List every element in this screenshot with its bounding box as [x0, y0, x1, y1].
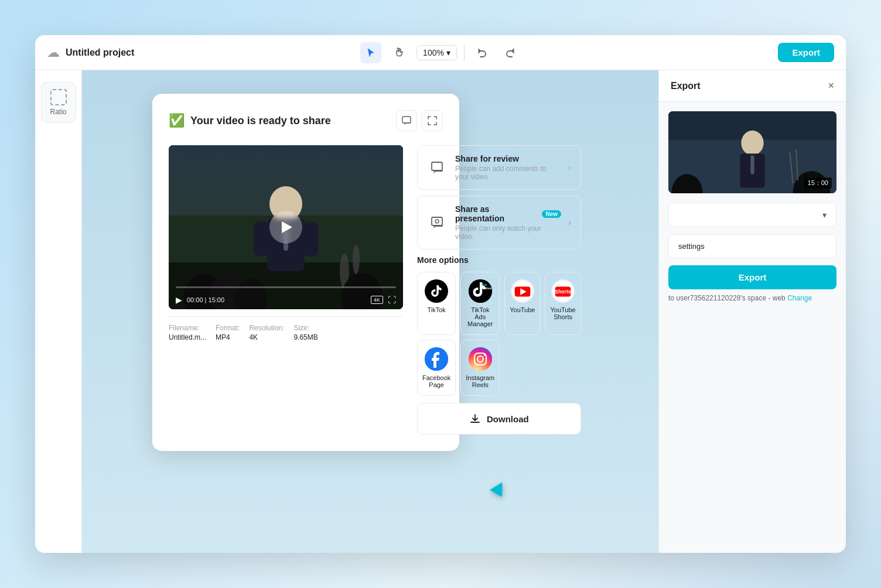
- total-time: 15:00: [209, 296, 225, 303]
- expand-icon: [427, 115, 438, 126]
- svg-rect-9: [303, 221, 318, 257]
- resolution-label: Resolution:: [249, 324, 284, 332]
- filename-value: Untitled.m...: [169, 333, 206, 341]
- modal-title: Your video is ready to share: [190, 115, 331, 127]
- download-icon: [469, 413, 481, 425]
- redo-icon: [505, 47, 515, 58]
- cloud-icon: ☁: [47, 45, 60, 60]
- select-tool-button[interactable]: [360, 42, 381, 63]
- export-settings-dropdown: ▾: [668, 203, 836, 227]
- current-time: 00:00: [187, 296, 203, 303]
- svg-rect-0: [402, 117, 411, 123]
- platform-tiktok-ads[interactable]: For Business TikTok Ads Manager: [460, 272, 500, 335]
- ratio-icon: [50, 89, 67, 105]
- platform-grid: TikTok For Business: [417, 272, 581, 396]
- platform-tiktok[interactable]: TikTok: [417, 272, 456, 335]
- zoom-control[interactable]: 100% ▾: [416, 45, 457, 60]
- time-display: 00:00 | 15:00: [187, 296, 224, 303]
- cursor-icon: [366, 47, 376, 58]
- svg-point-32: [483, 354, 485, 356]
- export-dropdown-button[interactable]: ▾: [678, 210, 827, 220]
- svg-rect-16: [432, 162, 442, 170]
- resolution-value: 4K: [249, 333, 284, 341]
- undo-button[interactable]: [472, 42, 493, 63]
- youtube-name: YouTube: [510, 306, 535, 313]
- dropdown-chevron-icon: ▾: [822, 210, 827, 220]
- export-modal: ✅ Your video is ready to share: [152, 94, 459, 451]
- size-label: Size:: [293, 324, 317, 332]
- main-content: Ratio ✅ Your video is ready to share: [35, 70, 846, 553]
- export-panel: Export ×: [658, 70, 846, 553]
- project-title: Untitled project: [66, 47, 134, 58]
- platform-facebook[interactable]: Facebook Page: [417, 340, 456, 396]
- svg-rect-17: [432, 217, 442, 225]
- more-options-title: More options: [417, 255, 581, 265]
- svg-rect-37: [750, 155, 754, 174]
- svg-text:Shorts: Shorts: [555, 289, 571, 295]
- share-review-title: Share for review: [455, 154, 561, 163]
- export-panel-export-button[interactable]: Export: [668, 265, 836, 289]
- settings-row: settings: [678, 242, 827, 251]
- share-presentation-icon: [427, 212, 448, 233]
- format-label: Format:: [216, 324, 240, 332]
- share-presentation-desc: People can only watch your video.: [455, 224, 561, 241]
- tiktok-name: TikTok: [427, 306, 445, 313]
- svg-point-11: [353, 245, 360, 274]
- zoom-value: 100%: [423, 48, 444, 57]
- change-destination-link[interactable]: Change: [787, 294, 812, 302]
- meta-resolution: Resolution: 4K: [249, 324, 284, 341]
- modal-actions: [396, 110, 443, 131]
- meta-format: Format: MP4: [216, 324, 240, 341]
- share-presentation-text: Share as presentation New People can onl…: [455, 204, 561, 241]
- settings-label: settings: [678, 242, 705, 251]
- share-as-presentation-card[interactable]: Share as presentation New People can onl…: [417, 196, 581, 249]
- redo-button[interactable]: [500, 42, 521, 63]
- svg-text:Business: Business: [480, 286, 492, 290]
- modal-body: ▶ 00:00 | 15:00 4K ⛶: [169, 145, 443, 435]
- left-sidebar: Ratio: [35, 70, 82, 553]
- hand-tool-button[interactable]: [388, 42, 409, 63]
- tiktok-ads-logo: For Business: [469, 279, 492, 303]
- platform-youtube[interactable]: YouTube: [504, 272, 540, 335]
- ratio-button[interactable]: Ratio: [41, 82, 76, 123]
- top-bar-center: 100% ▾: [360, 42, 521, 63]
- fullscreen-icon[interactable]: ⛶: [388, 295, 396, 305]
- chevron-down-icon: ▾: [446, 48, 450, 57]
- play-triangle-icon: [282, 221, 292, 233]
- instagram-logo: [469, 347, 492, 371]
- share-presentation-title: Share as presentation New: [455, 204, 561, 223]
- export-panel-title: Export: [671, 81, 701, 91]
- download-button[interactable]: Download: [417, 403, 581, 435]
- platform-youtube-shorts[interactable]: Shorts YouTube Shorts: [545, 272, 580, 335]
- video-player: ▶ 00:00 | 15:00 4K ⛶: [169, 145, 403, 309]
- youtube-logo: [511, 279, 534, 303]
- svg-point-29: [469, 347, 492, 371]
- share-review-icon: [427, 157, 448, 178]
- youtube-shorts-name: YouTube Shorts: [550, 306, 575, 320]
- fullscreen-modal-button[interactable]: [422, 110, 443, 131]
- export-panel-close-button[interactable]: ×: [828, 80, 834, 92]
- toolbar-divider: [464, 45, 465, 61]
- facebook-name: Facebook Page: [422, 374, 450, 388]
- svg-point-18: [435, 220, 439, 223]
- platform-instagram[interactable]: Instagram Reels: [460, 340, 500, 396]
- undo-icon: [477, 47, 487, 58]
- video-controls-right: 4K ⛶: [371, 295, 396, 305]
- export-main-button[interactable]: Export: [778, 43, 834, 62]
- meta-size: Size: 9.65MB: [293, 324, 317, 341]
- size-value: 9.65MB: [293, 333, 317, 341]
- share-review-text: Share for review People can add comments…: [455, 154, 561, 181]
- play-pause-icon[interactable]: ▶: [176, 295, 182, 305]
- comment-button[interactable]: [396, 110, 417, 131]
- progress-bar-container: [176, 286, 396, 288]
- export-thumbnail: 15：00: [668, 111, 836, 193]
- modal-title-row: ✅ Your video is ready to share: [169, 113, 331, 128]
- settings-section: settings: [668, 234, 836, 258]
- play-button[interactable]: [269, 211, 302, 244]
- share-for-review-card[interactable]: Share for review People can add comments…: [417, 145, 581, 190]
- thumbnail-timer: 15：00: [804, 177, 832, 189]
- share-review-desc: People can add comments to your video.: [455, 165, 561, 181]
- new-badge: New: [542, 210, 561, 218]
- share-presentation-arrow: ›: [568, 218, 571, 227]
- quality-badge: 4K: [371, 296, 383, 304]
